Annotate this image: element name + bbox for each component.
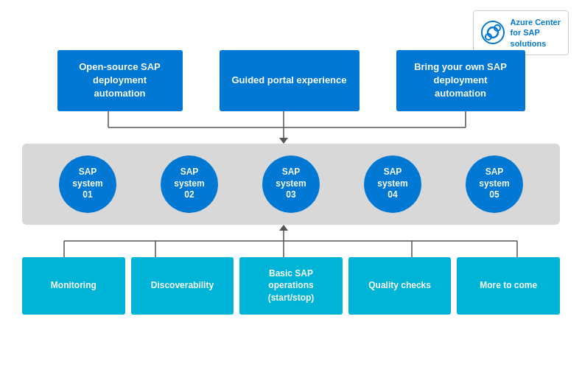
bottom-box-discoverability: Discoverability — [131, 257, 234, 315]
svg-marker-9 — [279, 138, 288, 144]
top-box-bring-your-own: Bring your own SAP deployment automation — [396, 50, 525, 111]
sap-circle-05: SAP system 05 — [466, 155, 523, 213]
top-box-open-source: Open-source SAP deployment automation — [57, 50, 183, 111]
sap-circle-01: SAP system 01 — [59, 155, 116, 213]
svg-marker-16 — [279, 225, 288, 231]
bottom-box-monitoring: Monitoring — [22, 257, 125, 315]
bottom-box-more-to-come: More to come — [457, 257, 560, 315]
sap-circle-03: SAP system 03 — [262, 155, 320, 213]
top-row: Open-source SAP deployment automation Gu… — [22, 50, 560, 111]
sap-circle-02: SAP system 02 — [161, 155, 218, 213]
azure-logo-text: Azure Centerfor SAPsolutions — [511, 17, 561, 49]
azure-icon — [481, 21, 505, 44]
bottom-connectors-svg — [22, 225, 560, 257]
azure-logo: Azure Centerfor SAPsolutions — [473, 10, 569, 55]
bottom-connectors — [22, 225, 560, 257]
svg-point-0 — [482, 21, 504, 43]
page-container: Azure Centerfor SAPsolutions Open-source… — [0, 0, 582, 392]
bottom-box-quality-checks: Quality checks — [348, 257, 452, 315]
top-connectors-svg — [22, 111, 560, 144]
middle-band: SAP system 01 SAP system 02 SAP system 0… — [22, 144, 560, 225]
top-connectors — [22, 111, 560, 144]
sap-circle-04: SAP system 04 — [364, 155, 421, 213]
top-box-guided-portal: Guided portal experience — [220, 50, 360, 111]
bottom-row: Monitoring Discoverability Basic SAP ope… — [22, 257, 560, 315]
bottom-box-basic-sap-ops: Basic SAP operations (start/stop) — [239, 257, 343, 315]
